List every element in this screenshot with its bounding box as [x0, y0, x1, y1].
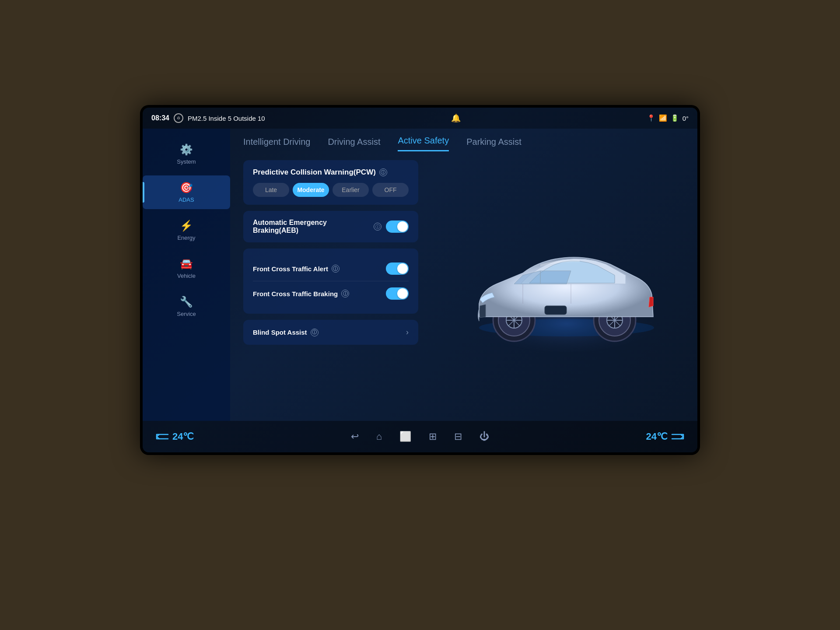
aeb-card: Automatic Emergency Braking(AEB) ⓘ: [243, 211, 418, 242]
sidebar-label-service: Service: [177, 311, 196, 317]
system-icon: ⚙️: [180, 144, 193, 156]
tab-active-safety[interactable]: Active Safety: [398, 136, 449, 151]
status-left: 08:34 ♻ PM2.5 Inside 5 Outside 10: [151, 113, 265, 123]
temp-left: 24℃: [172, 431, 194, 442]
front-cross-alert-toggle[interactable]: [386, 262, 409, 275]
car-image-area: [431, 160, 684, 412]
air-quality-icon: ♻: [174, 113, 183, 123]
front-cross-braking-knob: [397, 288, 408, 299]
front-cross-alert-label: Front Cross Traffic Alert ⓘ: [253, 265, 340, 273]
sidebar-item-energy[interactable]: ⚡ Energy: [143, 214, 230, 247]
pcw-title: Predictive Collision Warning(PCW) ⓘ: [253, 168, 409, 177]
front-cross-alert-knob: [397, 263, 408, 274]
front-cross-braking-info-icon[interactable]: ⓘ: [341, 290, 349, 298]
sidebar-item-system[interactable]: ⚙️ System: [143, 137, 230, 171]
svg-rect-16: [545, 306, 567, 315]
aeb-toggle-knob: [397, 221, 408, 232]
front-cross-braking-toggle[interactable]: [386, 287, 409, 300]
aeb-title-line1: Automatic Emergency: [253, 219, 327, 227]
car-illustration: [444, 220, 672, 352]
signal-icon: 📶: [659, 114, 667, 122]
tab-driving-assist[interactable]: Driving Assist: [328, 137, 380, 151]
temp-left-group: 24℃: [156, 431, 194, 442]
pcw-btn-off[interactable]: OFF: [372, 183, 409, 197]
sidebar-label-energy: Energy: [177, 234, 195, 241]
main-content: ⚙️ System 🎯 ADAS ⚡ Energy 🚘 Vehicle: [143, 129, 697, 421]
apps-icon[interactable]: ⊞: [429, 431, 437, 442]
blind-spot-info-icon[interactable]: ⓘ: [311, 329, 318, 336]
screen: 08:34 ♻ PM2.5 Inside 5 Outside 10 🔔 📍 📶 …: [143, 108, 697, 452]
front-cross-alert-row: Front Cross Traffic Alert ⓘ: [253, 256, 409, 281]
sidebar-label-adas: ADAS: [178, 196, 194, 203]
sidebar: ⚙️ System 🎯 ADAS ⚡ Energy 🚘 Vehicle: [143, 129, 230, 421]
wind-left-icon: [156, 433, 170, 440]
blind-spot-card[interactable]: Blind Spot Assist ⓘ ›: [243, 320, 418, 345]
status-right: 📍 📶 🔋 0°: [647, 114, 689, 122]
blind-spot-row: Blind Spot Assist ⓘ ›: [253, 328, 409, 337]
pcw-btn-moderate[interactable]: Moderate: [293, 183, 329, 197]
location-icon: 📍: [647, 114, 655, 122]
aeb-title-line2: Braking(AEB): [253, 227, 327, 234]
bottom-nav: ↩ ⌂ ⬜ ⊞ ⊟ ⏻: [351, 431, 489, 442]
front-cross-alert-info-icon[interactable]: ⓘ: [332, 265, 340, 273]
pcw-btn-late[interactable]: Late: [253, 183, 289, 197]
temp-right: 24℃: [646, 431, 668, 442]
power-icon[interactable]: ⏻: [480, 431, 489, 442]
aeb-toggle[interactable]: [386, 220, 409, 233]
active-bar: [143, 182, 144, 202]
sidebar-item-vehicle[interactable]: 🚘 Vehicle: [143, 252, 230, 285]
pcw-options: Late Moderate Earlier OFF: [253, 183, 409, 197]
energy-icon: ⚡: [180, 220, 193, 232]
status-time: 08:34: [151, 114, 169, 122]
screen-bezel: 08:34 ♻ PM2.5 Inside 5 Outside 10 🔔 📍 📶 …: [140, 105, 700, 455]
back-icon[interactable]: ↩: [351, 431, 359, 442]
tab-intelligent-driving[interactable]: Intelligent Driving: [243, 137, 310, 151]
sidebar-label-system: System: [177, 158, 196, 165]
adas-icon: 🎯: [180, 182, 193, 194]
temp-right-group: 24℃: [646, 431, 684, 442]
tab-parking-assist[interactable]: Parking Assist: [466, 137, 522, 151]
sidebar-item-service[interactable]: 🔧 Service: [143, 290, 230, 323]
right-panel: Intelligent Driving Driving Assist Activ…: [230, 129, 697, 421]
sidebar-label-vehicle: Vehicle: [177, 273, 196, 279]
notification-icon: 🔔: [451, 113, 461, 123]
service-icon: 🔧: [180, 296, 193, 308]
overview-icon[interactable]: ⬜: [399, 431, 411, 442]
pcw-card: Predictive Collision Warning(PCW) ⓘ Late…: [243, 160, 418, 205]
wind-right-icon: [670, 433, 684, 440]
aeb-info-icon[interactable]: ⓘ: [374, 223, 382, 231]
sidebar-item-adas[interactable]: 🎯 ADAS: [143, 175, 230, 209]
aeb-toggle-row: Automatic Emergency Braking(AEB) ⓘ: [253, 219, 409, 234]
home-icon[interactable]: ⌂: [376, 431, 382, 442]
tabs: Intelligent Driving Driving Assist Activ…: [230, 129, 697, 151]
chevron-right-icon: ›: [406, 328, 409, 337]
air-quality-text: PM2.5 Inside 5 Outside 10: [188, 115, 265, 122]
split-icon[interactable]: ⊟: [454, 431, 462, 442]
settings-panel: Predictive Collision Warning(PCW) ⓘ Late…: [243, 160, 418, 412]
content-area: Predictive Collision Warning(PCW) ⓘ Late…: [230, 151, 697, 421]
status-bar: 08:34 ♻ PM2.5 Inside 5 Outside 10 🔔 📍 📶 …: [143, 108, 697, 129]
pcw-info-icon[interactable]: ⓘ: [379, 168, 387, 176]
front-cross-braking-label: Front Cross Traffic Braking ⓘ: [253, 290, 349, 298]
vehicle-icon: 🚘: [180, 258, 193, 270]
aeb-label-group: Automatic Emergency Braking(AEB): [253, 219, 327, 234]
blind-spot-label: Blind Spot Assist ⓘ: [253, 329, 318, 336]
bottom-bar: 24℃ ↩ ⌂ ⬜ ⊞ ⊟ ⏻ 24℃: [143, 421, 697, 452]
pcw-btn-earlier[interactable]: Earlier: [332, 183, 369, 197]
temp-display: 0°: [682, 115, 689, 122]
front-cross-card: Front Cross Traffic Alert ⓘ Front Cross …: [243, 248, 418, 314]
front-cross-braking-row: Front Cross Traffic Braking ⓘ: [253, 281, 409, 306]
battery-icon: 🔋: [671, 114, 679, 122]
